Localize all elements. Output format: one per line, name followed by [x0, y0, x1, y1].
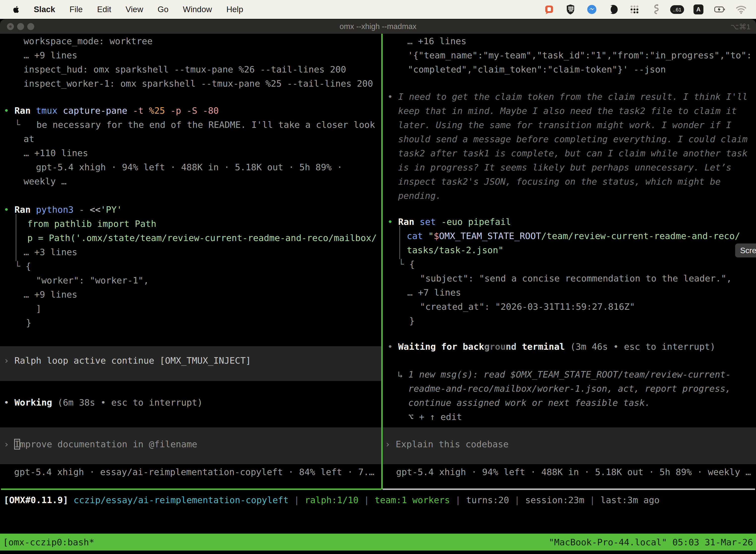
menu-item-help[interactable]: Help: [227, 5, 243, 14]
reply-arrow-icon: ↳: [397, 369, 408, 380]
tmux-session-label: [omx-cczip0:bash*: [3, 537, 94, 547]
text-segment: … +9 lines: [23, 289, 77, 299]
chat-app-icon[interactable]: [544, 4, 555, 15]
text-segment: I need to get the claim token from the c…: [398, 92, 748, 102]
terminal-line: ]: [36, 301, 42, 316]
edit-hint-line: ⌥ + ↑ edit: [408, 410, 462, 424]
terminal-line: … +9 lines: [23, 48, 77, 62]
wifi-icon[interactable]: [736, 4, 747, 15]
connector-icon: └: [398, 259, 409, 269]
prompt-chevron-icon: ›: [4, 355, 14, 366]
text-segment: Ran: [14, 106, 36, 116]
text-segment: OMX_TEAM_STATE_ROOT: [439, 231, 541, 241]
left-pane-border: [1, 489, 381, 490]
model-status-left: gpt-5.4 xhigh · essay/ai-reimplementatio…: [14, 465, 374, 479]
text-segment: mprove documentation in @filename: [20, 439, 197, 449]
terminal-line: gpt-5.4 xhigh · 94% left · 488K in · 5.1…: [36, 160, 342, 174]
text-segment: inspect_worker-1: omx sparkshell --tmux-…: [23, 78, 373, 89]
ran-tmux-command-line: • Ran tmux capture-pane -t %25 -p -S -80: [4, 104, 219, 118]
menu-item-edit[interactable]: Edit: [97, 5, 111, 14]
prompt-input-right[interactable]: › Explain this codebase: [385, 437, 509, 451]
tmux-host-clock-label: "MacBook-Pro-44.local" 05:03 31-Mar-26: [549, 537, 753, 547]
text-segment: Ran: [14, 205, 36, 215]
apple-menu-icon[interactable]: [12, 4, 20, 14]
text-segment: Working: [14, 397, 57, 407]
text-segment: "subject": "send a concise recommendatio…: [420, 273, 732, 283]
text-segment: workspace_mode: worktree: [23, 36, 152, 46]
terminal-line: "subject": "send a concise recommendatio…: [420, 271, 732, 285]
text-segment: p = Path('.omx/state/team/review-current…: [27, 233, 377, 243]
right-pane-border: [383, 489, 755, 490]
text-segment: |: [584, 495, 601, 505]
text-segment: {: [409, 259, 415, 269]
text-segment: -S: [187, 106, 203, 116]
menu-item-window[interactable]: Window: [183, 5, 212, 14]
text-segment: Ralph loop active continue [OMX_TMUX_INJ…: [14, 355, 251, 366]
text-segment: is in progress? It seems likely but perh…: [398, 162, 732, 172]
text-segment: last:3m ago: [601, 495, 659, 505]
terminal-line: ↳ 1 new msg(s): read $OMX_TEAM_STATE_ROO…: [397, 367, 731, 382]
badge-61-label: ..61: [670, 5, 684, 14]
text-cursor: I: [14, 439, 20, 449]
text-segment: -p: [170, 106, 187, 116]
waiting-status-line: • Waiting for background terminal (3m 46…: [387, 340, 715, 354]
bullet-icon: •: [4, 106, 14, 116]
menu-item-slack[interactable]: Slack: [34, 5, 55, 14]
bullet-icon: •: [387, 341, 398, 352]
pane-divider[interactable]: [381, 34, 383, 490]
terminal-line: inspect task2's JSON, focusing on the st…: [398, 174, 720, 189]
dragon-icon[interactable]: [650, 4, 661, 15]
text-segment: later. Using the same for transition mig…: [398, 120, 732, 130]
text-segment: ": [428, 231, 434, 241]
text-segment: -80: [203, 106, 219, 116]
text-segment: should send a message before completing …: [398, 134, 748, 144]
screen: { "menu_bar": { "items": ["Slack", "File…: [0, 0, 756, 554]
text-segment: |: [450, 495, 466, 505]
text-segment: weekly …: [23, 176, 66, 186]
text-segment: cat: [407, 231, 428, 241]
terminal-line: is in progress? It seems likely but perh…: [398, 160, 732, 174]
tmux-status-bar: [omx-cczip0:bash* "MacBook-Pro-44.local"…: [0, 534, 756, 551]
messenger-bolt-icon[interactable]: [586, 4, 597, 15]
text-segment: be necessary for the end of the README. …: [20, 120, 375, 130]
terminal-line: "completed","claim_token":"claim-token"}…: [408, 62, 666, 76]
thinking-line: • I need to get the claim token from the…: [387, 90, 748, 104]
shield-grid-icon[interactable]: [565, 4, 576, 15]
screen-tooltip: Scre: [735, 243, 756, 258]
text-segment: inspect_hud: omx sparkshell --tmux-pane …: [23, 64, 346, 74]
text-segment: readme-and-reco/mailbox/worker-1.json, a…: [408, 384, 731, 394]
menu-item-view[interactable]: View: [126, 5, 143, 14]
text-segment: pending.: [398, 190, 441, 201]
menu-item-file[interactable]: File: [69, 5, 82, 14]
prompt-input-left[interactable]: › Improve documentation in @filename: [4, 437, 197, 451]
text-segment: "created_at": "2026-03-31T11:59:27.816Z": [420, 301, 635, 312]
keyboard-input-icon[interactable]: A: [693, 4, 704, 15]
text-segment: '{"team_name":"my-team","task_id":"1","f…: [408, 50, 752, 60]
text-segment: (6m 38s • esc to interrupt): [58, 397, 203, 407]
text-segment: task2 after task1 is complete, but can I…: [398, 148, 748, 158]
ran-cat-command-line: • Ran set -euo pipefail: [387, 215, 511, 229]
terminal-line: … +7 lines: [407, 285, 461, 299]
bullet-icon: •: [387, 217, 398, 227]
terminal-line: }: [26, 316, 32, 330]
text-segment: /team/review-current-readme-and-reco/: [541, 231, 740, 241]
text-segment: |: [359, 495, 375, 505]
dots-grid-icon[interactable]: [629, 4, 640, 15]
terminal-line: '{"team_name":"my-team","task_id":"1","f…: [408, 48, 752, 62]
text-segment: python3: [36, 205, 79, 215]
terminal-line: "worker": "worker-1",: [36, 273, 149, 287]
battery-icon[interactable]: [714, 4, 725, 15]
terminal-line: from pathlib import Path: [27, 217, 156, 231]
ralph-loop-status-line: › Ralph loop active continue [OMX_TMUX_I…: [4, 353, 251, 368]
text-segment: $: [434, 231, 439, 241]
text-segment: g: [484, 341, 490, 352]
crescent-app-icon[interactable]: [608, 4, 619, 15]
menu-bar-status-icons: ..61 A: [544, 4, 747, 15]
badge-61-icon[interactable]: ..61: [672, 4, 683, 15]
model-status-right: gpt-5.4 xhigh · 94% left · 488K in · 5.1…: [396, 465, 751, 479]
input-source-label: A: [693, 4, 703, 14]
working-status-line: • Working (6m 38s • esc to interrupt): [4, 395, 203, 409]
menu-item-go[interactable]: Go: [158, 5, 169, 14]
text-segment: at: [23, 134, 34, 144]
text-segment: … +16 lines: [407, 36, 466, 46]
